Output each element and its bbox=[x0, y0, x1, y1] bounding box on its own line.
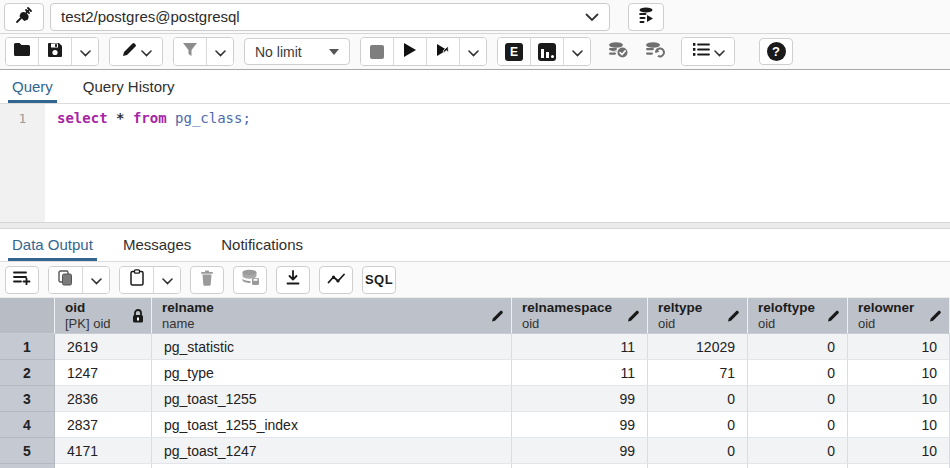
cell-relname[interactable]: pg_toast_1247 bbox=[152, 438, 512, 464]
pencil-icon[interactable] bbox=[827, 309, 840, 322]
cell-reltype[interactable]: 0 bbox=[648, 412, 748, 438]
transaction-button-group bbox=[601, 38, 671, 65]
tab-messages[interactable]: Messages bbox=[121, 229, 193, 261]
cell-relname[interactable]: pg_type bbox=[152, 360, 512, 386]
open-file-button[interactable] bbox=[6, 38, 39, 65]
cell-reloftype[interactable]: 0 bbox=[748, 334, 848, 360]
save-file-button[interactable] bbox=[39, 38, 72, 65]
cell-relnamespace[interactable]: 99 bbox=[512, 438, 648, 464]
line-number: 1 bbox=[19, 111, 27, 126]
tab-notifications[interactable]: Notifications bbox=[219, 229, 305, 261]
commit-button[interactable] bbox=[601, 38, 634, 65]
save-options-dropdown[interactable] bbox=[72, 38, 98, 65]
new-query-connection-button[interactable] bbox=[628, 3, 664, 31]
explain-options-dropdown[interactable] bbox=[564, 38, 590, 65]
cell-relname[interactable]: pg_toast_1255_index bbox=[152, 412, 512, 438]
row-number-cell[interactable]: 3 bbox=[0, 386, 55, 412]
cell-relowner[interactable]: 10 bbox=[848, 360, 950, 386]
chevron-down-icon bbox=[141, 43, 152, 61]
paste-button[interactable] bbox=[120, 267, 154, 293]
filter-options-dropdown[interactable] bbox=[207, 38, 233, 65]
column-header-reltype[interactable]: reltypeoid bbox=[648, 298, 748, 334]
cell-reltype[interactable]: 12029 bbox=[648, 334, 748, 360]
paste-options-dropdown[interactable] bbox=[154, 267, 180, 293]
cell-oid[interactable]: 1247 bbox=[55, 360, 152, 386]
column-header-reloftype[interactable]: reloftypeoid bbox=[748, 298, 848, 334]
table-row: 5 4171 pg_toast_1247 99 0 0 10 bbox=[0, 438, 950, 464]
output-panel-tabs: Data Output Messages Notifications bbox=[0, 229, 950, 262]
pencil-icon[interactable] bbox=[929, 309, 942, 322]
cell-reloftype[interactable]: 0 bbox=[748, 360, 848, 386]
row-limit-select[interactable]: No limit bbox=[244, 38, 350, 65]
add-row-button[interactable] bbox=[5, 266, 39, 294]
cell-reltype[interactable]: 0 bbox=[648, 386, 748, 412]
chevron-down-icon bbox=[215, 43, 226, 61]
column-header-relowner[interactable]: relowneroid bbox=[848, 298, 950, 334]
column-header-relnamespace[interactable]: relnamespaceoid bbox=[512, 298, 648, 334]
edit-menu-button[interactable] bbox=[110, 38, 162, 65]
connection-bar: test2/postgres@postgresql bbox=[0, 0, 950, 34]
cell-relnamespace[interactable]: 99 bbox=[512, 386, 648, 412]
cell-relowner[interactable]: 10 bbox=[848, 386, 950, 412]
cell-relnamespace[interactable]: 11 bbox=[512, 360, 648, 386]
chevron-down-icon bbox=[572, 43, 583, 61]
row-number-cell[interactable]: 4 bbox=[0, 412, 55, 438]
copy-button[interactable] bbox=[49, 267, 83, 293]
execute-options-dropdown[interactable] bbox=[460, 38, 486, 65]
row-number-cell[interactable]: 5 bbox=[0, 438, 55, 464]
pencil-icon[interactable] bbox=[627, 309, 640, 322]
column-header-relname[interactable]: relnamename bbox=[152, 298, 512, 334]
save-data-changes-button[interactable] bbox=[233, 266, 267, 294]
connection-status-button[interactable] bbox=[4, 3, 44, 31]
query-toolbar: No limit E bbox=[0, 34, 950, 70]
tab-query-history[interactable]: Query History bbox=[81, 71, 177, 103]
filter-button[interactable] bbox=[174, 38, 207, 65]
row-number-cell[interactable]: 1 bbox=[0, 334, 55, 360]
connection-selector[interactable]: test2/postgres@postgresql bbox=[50, 3, 610, 31]
explain-button[interactable]: E bbox=[498, 38, 531, 65]
cell-reloftype[interactable]: 0 bbox=[748, 386, 848, 412]
cell-oid[interactable]: 4171 bbox=[55, 438, 152, 464]
execute-to-cursor-button[interactable] bbox=[427, 38, 460, 65]
floppy-disk-icon bbox=[47, 42, 63, 62]
show-sql-button[interactable]: SQL bbox=[362, 266, 396, 294]
macros-button[interactable] bbox=[682, 38, 734, 65]
execute-button[interactable] bbox=[394, 38, 427, 65]
panel-splitter[interactable] bbox=[0, 222, 950, 229]
line-chart-icon bbox=[327, 271, 346, 289]
save-results-to-file-button[interactable] bbox=[276, 266, 310, 294]
table-row bbox=[0, 464, 950, 468]
cell-oid[interactable]: 2837 bbox=[55, 412, 152, 438]
cell-reltype[interactable]: 71 bbox=[648, 360, 748, 386]
cell-relowner[interactable]: 10 bbox=[848, 412, 950, 438]
select-all-corner-cell[interactable] bbox=[0, 298, 55, 334]
row-number-cell[interactable]: 2 bbox=[0, 360, 55, 386]
pencil-icon[interactable] bbox=[727, 309, 740, 322]
rollback-button[interactable] bbox=[638, 38, 671, 65]
grid-header-row: oid[PK] oid relnamename relnamespaceoid … bbox=[0, 298, 950, 334]
graph-visualiser-button[interactable] bbox=[319, 266, 353, 294]
copy-options-dropdown[interactable] bbox=[83, 267, 109, 293]
cell-relowner[interactable]: 10 bbox=[848, 334, 950, 360]
cell-reloftype[interactable]: 0 bbox=[748, 438, 848, 464]
cell-oid[interactable]: 2619 bbox=[55, 334, 152, 360]
cell-relnamespace[interactable]: 11 bbox=[512, 334, 648, 360]
tab-data-output[interactable]: Data Output bbox=[10, 229, 95, 261]
cell-reloftype[interactable]: 0 bbox=[748, 412, 848, 438]
cell-relnamespace[interactable]: 99 bbox=[512, 412, 648, 438]
pencil-icon[interactable] bbox=[491, 309, 504, 322]
cell-relname[interactable]: pg_toast_1255 bbox=[152, 386, 512, 412]
cell-reltype[interactable]: 0 bbox=[648, 438, 748, 464]
cancel-query-button[interactable] bbox=[361, 38, 394, 65]
tab-query[interactable]: Query bbox=[10, 71, 55, 103]
editor-code[interactable]: select * from pg_class; bbox=[45, 104, 950, 222]
delete-row-button[interactable] bbox=[190, 266, 224, 294]
explain-analyze-button[interactable] bbox=[531, 38, 564, 65]
macros-button-group bbox=[681, 37, 735, 66]
cell-oid[interactable]: 2836 bbox=[55, 386, 152, 412]
cell-relname[interactable]: pg_statistic bbox=[152, 334, 512, 360]
column-header-oid[interactable]: oid[PK] oid bbox=[55, 298, 152, 334]
help-button[interactable]: ? bbox=[759, 38, 793, 65]
cell-relowner[interactable]: 10 bbox=[848, 438, 950, 464]
sql-editor[interactable]: 1 select * from pg_class; bbox=[0, 104, 950, 222]
